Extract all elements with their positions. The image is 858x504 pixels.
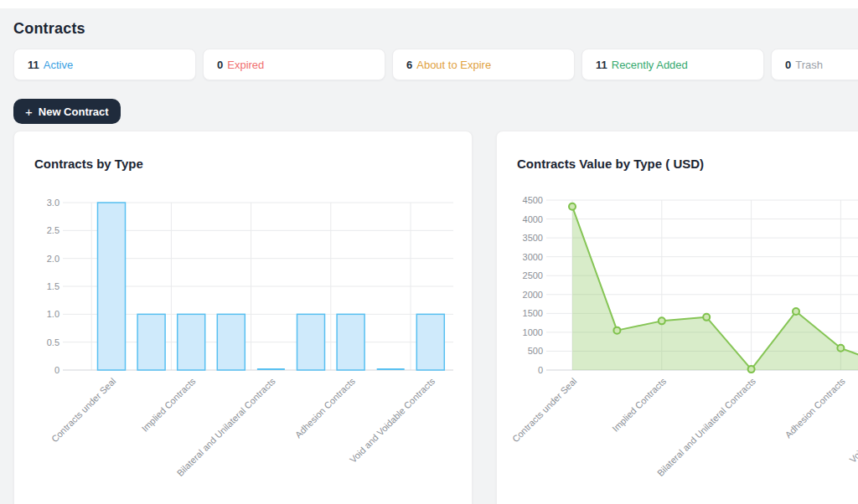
summary-card-recently-added[interactable]: 11 Recently Added bbox=[581, 49, 764, 80]
about-to-expire-count: 6 bbox=[406, 59, 412, 71]
bar bbox=[178, 314, 205, 370]
y-tick-label: 0.5 bbox=[47, 337, 59, 347]
summary-cards-row: 11 Active 0 Expired 6 About to Expire 11… bbox=[13, 49, 858, 80]
x-tick-label: Contracts under Seal bbox=[510, 376, 579, 445]
bar-zero bbox=[377, 368, 405, 370]
plus-icon: + bbox=[25, 105, 33, 118]
active-count: 11 bbox=[28, 59, 39, 71]
summary-card-trash[interactable]: 0 Trash bbox=[771, 49, 858, 80]
about-to-expire-label: About to Expire bbox=[416, 59, 491, 71]
y-tick-label: 1000 bbox=[523, 327, 543, 337]
data-point-marker bbox=[613, 327, 620, 334]
y-tick-label: 2000 bbox=[523, 290, 543, 300]
bar bbox=[337, 314, 364, 370]
expired-label: Expired bbox=[227, 59, 264, 71]
trash-count: 0 bbox=[785, 59, 791, 71]
y-tick-label: 0 bbox=[54, 365, 59, 375]
y-tick-label: 500 bbox=[528, 346, 543, 356]
x-tick-label: Adhesion Contracts bbox=[783, 376, 847, 440]
x-tick-label: Bilateral and Unilateral Contracts bbox=[655, 376, 758, 479]
x-tick-label: Void and Voidable Contracts bbox=[348, 376, 437, 465]
x-tick-label: Bilateral and Unilateral Contracts bbox=[175, 376, 278, 479]
new-contract-button-label: New Contract bbox=[39, 105, 109, 118]
top-white-strip bbox=[0, 0, 858, 8]
bar bbox=[137, 314, 165, 370]
y-tick-label: 2500 bbox=[523, 270, 543, 280]
contracts-by-type-bar-chart: 3.02.52.01.51.00.50Contracts under SealI… bbox=[14, 131, 473, 504]
page-title: Contracts bbox=[13, 20, 858, 38]
x-tick-label: Contracts under Seal bbox=[49, 376, 118, 445]
contracts-by-type-card: Contracts by Type 3.02.52.01.51.00.50Con… bbox=[13, 131, 473, 504]
expired-count: 0 bbox=[217, 59, 223, 71]
y-tick-label: 1.0 bbox=[47, 309, 59, 319]
contracts-value-by-type-card: Contracts Value by Type ( USD) 450040003… bbox=[496, 131, 858, 504]
bar bbox=[217, 314, 245, 370]
recently-added-count: 11 bbox=[596, 59, 607, 71]
active-label: Active bbox=[44, 59, 73, 71]
bar bbox=[416, 314, 444, 370]
toolbar: + New Contract bbox=[13, 99, 858, 124]
y-tick-label: 3500 bbox=[523, 233, 543, 243]
trash-label: Trash bbox=[795, 59, 823, 71]
y-tick-label: 1.5 bbox=[47, 281, 59, 291]
x-tick-label: Implied Contracts bbox=[140, 376, 198, 434]
y-tick-label: 4500 bbox=[523, 195, 543, 205]
bar-zero bbox=[257, 368, 285, 370]
data-point-marker bbox=[703, 314, 710, 321]
summary-card-about-to-expire[interactable]: 6 About to Expire bbox=[392, 49, 575, 80]
y-tick-label: 3.0 bbox=[47, 198, 59, 208]
x-tick-label: Void and Voidable Contracts bbox=[847, 376, 858, 465]
x-tick-label: Implied Contracts bbox=[610, 376, 668, 434]
contracts-value-by-type-area-chart: 450040003500300025002000150010005000Cont… bbox=[497, 131, 858, 504]
data-point-marker bbox=[837, 345, 844, 352]
summary-card-active[interactable]: 11 Active bbox=[13, 49, 196, 80]
charts-row: Contracts by Type 3.02.52.01.51.00.50Con… bbox=[13, 131, 858, 504]
recently-added-label: Recently Added bbox=[612, 59, 688, 71]
data-point-marker bbox=[569, 203, 576, 210]
data-point-marker bbox=[793, 308, 799, 315]
data-point-marker bbox=[748, 366, 755, 373]
bar bbox=[297, 314, 325, 370]
data-point-marker bbox=[659, 317, 665, 324]
bar bbox=[98, 203, 126, 370]
y-tick-label: 0 bbox=[538, 365, 543, 375]
x-tick-label: Adhesion Contracts bbox=[293, 376, 358, 440]
y-tick-label: 3000 bbox=[523, 252, 543, 262]
area-fill bbox=[572, 207, 858, 370]
y-tick-label: 4000 bbox=[523, 214, 543, 224]
new-contract-button[interactable]: + New Contract bbox=[13, 99, 121, 124]
y-tick-label: 1500 bbox=[523, 308, 543, 318]
summary-card-expired[interactable]: 0 Expired bbox=[203, 49, 385, 80]
y-tick-label: 2.0 bbox=[47, 254, 59, 264]
y-tick-label: 2.5 bbox=[47, 225, 59, 235]
